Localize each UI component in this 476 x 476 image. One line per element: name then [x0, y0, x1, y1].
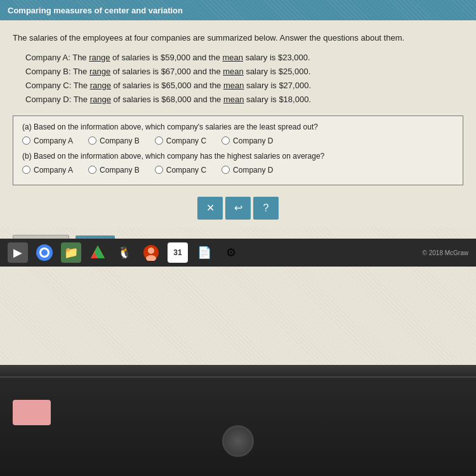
radio-a-company-b[interactable]: Company B — [88, 136, 140, 145]
taskbar-settings-icon[interactable]: ⚙ — [221, 242, 241, 263]
taskbar-play-icon[interactable]: ▶ — [8, 242, 28, 263]
header-title: Comparing measures of center and variati… — [8, 6, 183, 15]
intro-text: The salaries of the employees at four co… — [13, 32, 463, 44]
radio-btn-b-b[interactable] — [88, 166, 96, 174]
undo-button[interactable]: ↩ — [225, 197, 251, 220]
company-info: Company A: The range of salaries is $59,… — [25, 51, 463, 107]
radio-label-a-b: Company B — [100, 136, 140, 145]
help-button[interactable]: ? — [253, 197, 279, 220]
close-button[interactable]: ✕ — [197, 197, 223, 220]
laptop-hinge — [0, 365, 476, 378]
taskbar-files-icon[interactable]: 📁 — [61, 242, 81, 263]
content-area: The salaries of the employees at four co… — [0, 20, 476, 227]
radio-label-b-d: Company D — [233, 166, 273, 175]
taskbar-calendar-icon[interactable]: 31 — [168, 242, 188, 263]
taskbar-chrome-icon[interactable] — [34, 242, 55, 263]
question-b-text: (b) Based on the information above, whic… — [22, 152, 454, 161]
radio-btn-b-c[interactable] — [155, 166, 163, 174]
radio-label-b-c: Company C — [166, 166, 206, 175]
radio-btn-a-d[interactable] — [221, 136, 230, 145]
copyright-text: © 2018 McGraw — [423, 249, 468, 256]
radio-a-company-d[interactable]: Company D — [221, 136, 273, 145]
question-box: (a) Based on the information above, whic… — [13, 116, 463, 185]
question-a-text: (a) Based on the information above, whic… — [22, 122, 454, 131]
company-b-info: Company B: The range of salaries is $67,… — [25, 65, 463, 79]
taskbar-penguin-icon[interactable]: 🐧 — [114, 242, 135, 263]
question-b: (b) Based on the information above, whic… — [22, 152, 454, 175]
taskbar: ▶ 📁 🐧 31 📄 ⚙ — [0, 239, 476, 267]
question-b-options: Company A Company B Company C Company D — [22, 166, 454, 175]
radio-label-a-d: Company D — [233, 136, 273, 145]
taskbar-drive-icon[interactable] — [88, 242, 108, 263]
action-buttons: ✕ ↩ ? — [13, 197, 463, 220]
svg-point-7 — [148, 248, 154, 254]
radio-b-company-c[interactable]: Company C — [155, 166, 206, 175]
radio-label-a-c: Company C — [166, 136, 206, 145]
radio-b-company-a[interactable]: Company A — [22, 166, 73, 175]
radio-btn-a-b[interactable] — [88, 136, 96, 145]
radio-btn-a-c[interactable] — [155, 136, 163, 145]
pink-item — [13, 400, 51, 425]
radio-a-company-c[interactable]: Company C — [155, 136, 206, 145]
taskbar-red-icon[interactable] — [141, 242, 161, 263]
svg-point-2 — [41, 249, 48, 256]
laptop-body — [0, 365, 476, 476]
radio-b-company-b[interactable]: Company B — [88, 166, 140, 175]
radio-b-company-d[interactable]: Company D — [221, 166, 273, 175]
radio-btn-a-a[interactable] — [22, 136, 30, 145]
radio-a-company-a[interactable]: Company A — [22, 136, 73, 145]
company-c-info: Company C: The range of salaries is $65,… — [25, 79, 463, 93]
radio-btn-b-a[interactable] — [22, 166, 30, 174]
radio-btn-b-d[interactable] — [221, 166, 230, 174]
radio-label-b-b: Company B — [100, 166, 140, 175]
trackpad-circle — [222, 425, 254, 457]
taskbar-docs-icon[interactable]: 📄 — [194, 242, 215, 263]
company-a-info: Company A: The range of salaries is $59,… — [25, 51, 463, 65]
radio-label-b-a: Company A — [34, 166, 73, 175]
company-d-info: Company D: The range of salaries is $68,… — [25, 93, 463, 107]
question-a-options: Company A Company B Company C Company D — [22, 136, 454, 145]
radio-label-a-a: Company A — [34, 136, 73, 145]
laptop-screen: Comparing measures of center and variati… — [0, 0, 476, 368]
header-bar: Comparing measures of center and variati… — [0, 0, 476, 20]
